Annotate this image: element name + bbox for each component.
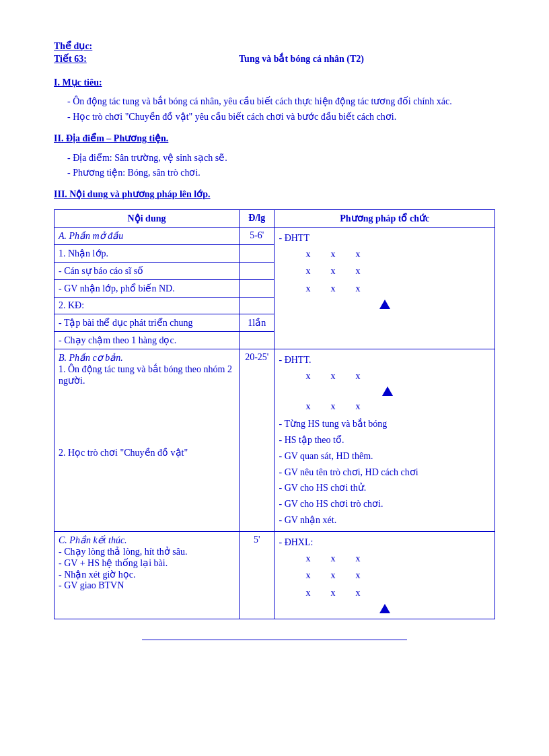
pptc-b-triangle xyxy=(284,385,490,397)
pptc-c-xs2: x x x xyxy=(305,568,490,584)
table-row: C. Phần kết thúc. - Chạy lòng thả lòng, … xyxy=(54,531,495,619)
header: Thể dục: Tiết 63: Tung và bắt bóng cá nh… xyxy=(54,40,495,65)
part-c-row3: - Nhận xét giờ học. xyxy=(59,569,235,580)
part-c-row1: - Chạy lòng thả lòng, hít thở sâu. xyxy=(59,546,235,557)
part-a-row4: 2. KĐ: xyxy=(54,297,240,314)
header-noidung: Nội dung xyxy=(54,209,240,227)
pptc-dhtt: - ĐHTT xyxy=(279,230,490,246)
lesson-title: Tung và bắt bóng cá nhân (T2) xyxy=(108,53,495,65)
pptc-dhtt2: - ĐHTT. xyxy=(279,352,490,368)
part-a-row4-dlg xyxy=(240,297,274,314)
pptc-b-xs2: x x x xyxy=(305,399,490,415)
part-c-content: C. Phần kết thúc. - Chạy lòng thả lòng, … xyxy=(54,531,240,619)
header-dlg: Đ/lg xyxy=(240,209,274,227)
part-c-row2: - GV + HS hệ thống lại bài. xyxy=(59,557,235,569)
part-b-content: B. Phần cơ bản. 1. Ôn động tác tung và b… xyxy=(54,349,240,531)
pptc-b-line7: - GV nhận xét. xyxy=(279,512,490,528)
part-c-header: C. Phần kết thúc. xyxy=(59,535,235,546)
part-a-row6: - Chạy chậm theo 1 hàng dọc. xyxy=(54,331,240,349)
pptc-triangle1 xyxy=(279,298,490,310)
table-row: B. Phần cơ bản. 1. Ôn động tác tung và b… xyxy=(54,349,495,531)
section2-title: II. Địa điểm – Phương tiện. xyxy=(54,131,495,146)
part-a-pptc: - ĐHTT x x x x x x x x x xyxy=(274,227,495,349)
part-b-dlg: 20-25' xyxy=(240,349,274,531)
section1-title: I. Mục tiêu: xyxy=(54,75,495,90)
pptc-b-line5: - GV cho HS chơi thử. xyxy=(279,480,490,496)
part-a-row1-dlg xyxy=(240,244,274,262)
pptc-b-line1: - Từng HS tung và bắt bóng xyxy=(279,416,490,432)
pptc-xs1: x x x xyxy=(305,246,490,263)
section2-line2: - Phương tiện: Bóng, sân trò chơi. xyxy=(67,166,495,180)
part-a-dlg: 5-6' xyxy=(240,227,274,244)
pptc-b-line6: - GV cho HS chơi trò chơi. xyxy=(279,496,490,512)
part-a-row3-dlg xyxy=(240,279,274,297)
section2-line1: - Địa điểm: Sân trường, vệ sinh sạch sẽ. xyxy=(67,151,495,166)
pptc-c-triangle xyxy=(279,603,490,615)
part-a-row5: - Tập bài thể dục phát triển chung xyxy=(54,314,240,331)
pptc-b-line4: - GV nêu tên trò chơi, HD cách chơi xyxy=(279,465,490,481)
part-a-row5-dlg: 1lần xyxy=(240,314,274,331)
section1-line1: - Ôn động tác tung và bắt bóng cá nhân, … xyxy=(67,94,495,109)
footer-line xyxy=(142,640,407,643)
part-b-row1: 1. Ôn động tác tung và bắt bóng theo nhó… xyxy=(59,364,235,386)
part-b-row2: 2. Học trò chơi "Chuyền đồ vật" xyxy=(59,447,235,458)
part-c-row4: - GV giao BTVN xyxy=(59,580,235,591)
pptc-xs2: x x x xyxy=(305,263,490,279)
pptc-c-xs3: x x x xyxy=(305,585,490,601)
section1-line2: - Học trò chơi "Chuyền đồ vật" yêu cầu b… xyxy=(67,110,495,125)
part-a-row2: - Cán sự báo cáo sĩ số xyxy=(54,262,240,279)
pptc-b-line3: - GV quan sát, HD thêm. xyxy=(279,448,490,465)
pptc-c-xs1: x x x xyxy=(305,551,490,567)
part-c-dlg: 5' xyxy=(240,531,274,619)
part-a-row3: - GV nhận lớp, phổ biến ND. xyxy=(54,279,240,297)
part-b-header: B. Phần cơ bản. xyxy=(59,352,235,364)
part-a-header: A. Phần mở đầu xyxy=(54,227,240,244)
part-a-row2-dlg xyxy=(240,262,274,279)
pptc-b-xs1: x x x xyxy=(305,368,490,384)
pptc-dhxl: - ĐHXL: xyxy=(279,535,490,551)
table-row: A. Phần mở đầu 5-6' - ĐHTT x x x x x x x… xyxy=(54,227,495,244)
pptc-xs3: x x x xyxy=(305,281,490,297)
section3-title: III. Nội dung và phương pháp lên lớp. xyxy=(54,187,495,202)
section2: II. Địa điểm – Phương tiện. - Địa điểm: … xyxy=(54,131,495,180)
lesson-label: Tiết 63: xyxy=(54,53,108,65)
part-b-pptc: - ĐHTT. x x x x x x - Từng HS tung và bắ… xyxy=(274,349,495,531)
part-a-row1: 1. Nhận lớp. xyxy=(54,244,240,262)
lesson-table: Nội dung Đ/lg Phương pháp tổ chức A. Phầ… xyxy=(54,209,495,619)
subject-label: Thể dục: xyxy=(54,40,108,52)
part-c-pptc: - ĐHXL: x x x x x x x x x xyxy=(274,531,495,619)
header-pptc: Phương pháp tổ chức xyxy=(274,209,495,227)
section3: III. Nội dung và phương pháp lên lớp. xyxy=(54,187,495,202)
section1: I. Mục tiêu: - Ôn động tác tung và bắt b… xyxy=(54,75,495,125)
part-a-row6-dlg xyxy=(240,331,274,349)
pptc-b-line2: - HS tập theo tổ. xyxy=(279,432,490,448)
